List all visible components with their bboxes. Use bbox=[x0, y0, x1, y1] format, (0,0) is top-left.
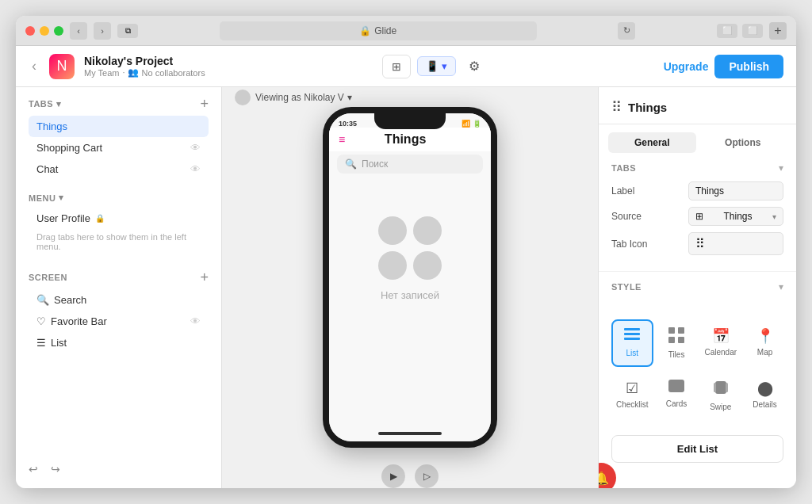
props-header: ⠿ Things bbox=[599, 87, 796, 124]
titlebar: ‹ › ⧉ 🔒 Glide ↻ ⬜ ⬜ + bbox=[16, 16, 796, 46]
style-section-chevron: ▾ bbox=[779, 281, 783, 292]
swipe-style-label: Swipe bbox=[710, 403, 731, 411]
refresh-button[interactable]: ↻ bbox=[618, 22, 635, 40]
phone-time: 10:35 bbox=[339, 120, 357, 128]
screen-item-list[interactable]: ☰ List bbox=[29, 332, 209, 353]
play-button[interactable]: ▶ bbox=[381, 464, 405, 488]
publish-button[interactable]: Publish bbox=[714, 55, 783, 78]
style-section: STYLE ▾ bbox=[599, 272, 796, 310]
style-option-swipe[interactable]: Swipe bbox=[699, 372, 741, 419]
sidebar-bottom: ↩ ↪ bbox=[16, 450, 221, 488]
app-back-button[interactable]: ‹ bbox=[29, 55, 40, 78]
props-panel-title: Things bbox=[628, 101, 667, 114]
tab-icon-value-field[interactable]: ⠿ bbox=[688, 232, 783, 255]
search-label: Search bbox=[54, 294, 86, 306]
source-value-field[interactable]: ⊞ Things ▾ bbox=[688, 207, 783, 226]
svg-rect-4 bbox=[678, 327, 684, 334]
tab-view-button[interactable]: ⧉ bbox=[117, 24, 138, 38]
back-nav-button[interactable]: ‹ bbox=[70, 22, 87, 40]
phone-container: 10:35 📶 🔋 ≡ Things 🔍 Поиск bbox=[323, 107, 497, 464]
favorite-bar-visibility: 👁 bbox=[190, 315, 201, 327]
svg-rect-8 bbox=[715, 381, 726, 394]
table-view-button[interactable]: ⊞ bbox=[382, 55, 411, 78]
preview-area: Viewing as Nikolay V ▾ 10:35 📶 🔋 ≡ Thi bbox=[222, 87, 598, 488]
svg-rect-10 bbox=[726, 383, 728, 392]
label-key: Label bbox=[611, 185, 634, 197]
style-option-map[interactable]: 📍 Map bbox=[746, 319, 783, 367]
minimize-button[interactable] bbox=[40, 26, 49, 36]
app-window: ‹ › ⧉ 🔒 Glide ↻ ⬜ ⬜ + ‹ N Nikolay's Proj… bbox=[16, 16, 796, 488]
main-layout: TABS ▾ + Things Shopping Cart 👁 bbox=[16, 87, 796, 488]
notification-button[interactable]: 🔔 bbox=[598, 463, 616, 488]
style-option-tiles[interactable]: Tiles bbox=[658, 319, 695, 367]
settings-button[interactable]: ⚙ bbox=[462, 55, 486, 78]
add-tab-sidebar-button[interactable]: + bbox=[200, 97, 209, 111]
tabs-label[interactable]: TABS ▾ bbox=[29, 99, 62, 109]
phone-signals: 📶 🔋 bbox=[462, 120, 481, 128]
redo-button[interactable]: ↪ bbox=[48, 460, 63, 479]
lock-icon: 🔒 bbox=[95, 214, 105, 223]
sidebar-item-shopping-cart[interactable]: Shopping Cart 👁 bbox=[29, 137, 209, 158]
app-name-label: Glide bbox=[374, 25, 396, 36]
window-btn-2[interactable]: ⬜ bbox=[742, 24, 763, 38]
sidebar-item-things[interactable]: Things bbox=[29, 116, 209, 137]
phone-search-bar[interactable]: 🔍 Поиск bbox=[337, 155, 483, 174]
props-panel-icon: ⠿ bbox=[611, 98, 622, 116]
phone-nav-bar: ≡ Things bbox=[329, 128, 491, 151]
sidebar-item-user-profile[interactable]: User Profile 🔒 bbox=[29, 208, 209, 229]
sidebar-item-chat[interactable]: Chat 👁 bbox=[29, 158, 209, 180]
share-button[interactable]: ▷ bbox=[415, 464, 439, 488]
edit-list-button[interactable]: Edit List bbox=[611, 435, 783, 463]
close-button[interactable] bbox=[25, 26, 35, 36]
device-icon: 📱 bbox=[426, 60, 439, 72]
swipe-style-icon bbox=[714, 380, 728, 399]
tabs-props-label: TABS bbox=[611, 163, 636, 173]
cards-style-icon bbox=[668, 380, 684, 396]
phone-mockup: 10:35 📶 🔋 ≡ Things 🔍 Поиск bbox=[323, 107, 497, 448]
source-dropdown-arrow: ▾ bbox=[772, 212, 776, 221]
screen-label: SCREEN bbox=[29, 273, 67, 282]
window-buttons: ⬜ ⬜ bbox=[717, 24, 763, 38]
upgrade-button[interactable]: Upgrade bbox=[664, 60, 709, 73]
tab-general[interactable]: General bbox=[608, 132, 696, 153]
window-btn-1[interactable]: ⬜ bbox=[717, 24, 737, 38]
screen-item-favorite-bar[interactable]: ♡ Favorite Bar 👁 bbox=[29, 311, 209, 332]
style-option-list[interactable]: List bbox=[611, 319, 653, 367]
style-section-label: STYLE bbox=[611, 282, 642, 292]
calendar-style-label: Calendar bbox=[704, 348, 737, 357]
phone-search-icon: 🔍 bbox=[345, 158, 357, 170]
search-icon: 🔍 bbox=[36, 294, 49, 306]
add-screen-button[interactable]: + bbox=[200, 270, 209, 284]
viewing-as-button[interactable]: Viewing as Nikolay V ▾ bbox=[255, 92, 352, 103]
list-label: List bbox=[51, 337, 67, 349]
device-chevron: ▾ bbox=[442, 60, 447, 72]
app-icon: N bbox=[49, 54, 75, 79]
style-option-checklist[interactable]: ☑ Checklist bbox=[611, 372, 653, 419]
maximize-button[interactable] bbox=[54, 26, 63, 36]
style-option-calendar[interactable]: 📅 Calendar bbox=[699, 319, 741, 367]
svg-rect-9 bbox=[714, 383, 716, 392]
undo-button[interactable]: ↩ bbox=[25, 460, 41, 479]
label-row: Label Things bbox=[611, 181, 783, 200]
notification-area: 🔔 bbox=[599, 475, 796, 488]
style-option-cards[interactable]: Cards bbox=[658, 372, 695, 419]
phone-menu-icon: ≡ bbox=[339, 133, 345, 146]
preview-bottom: ▶ ▷ bbox=[381, 464, 439, 488]
phone-dot-3 bbox=[378, 251, 407, 280]
label-value-field[interactable]: Things bbox=[688, 181, 783, 200]
device-selector[interactable]: 📱 ▾ bbox=[417, 56, 456, 76]
tab-options[interactable]: Options bbox=[699, 132, 787, 153]
chat-label: Chat bbox=[36, 163, 58, 175]
style-option-details[interactable]: ⬤ Details bbox=[746, 372, 783, 419]
chat-visibility-icon: 👁 bbox=[190, 163, 201, 175]
details-style-label: Details bbox=[753, 400, 777, 409]
shopping-cart-label: Shopping Cart bbox=[36, 142, 102, 154]
viewing-as-label: Viewing as Nikolay V bbox=[255, 92, 344, 103]
phone-empty-state: Нет записей bbox=[329, 177, 491, 301]
forward-nav-button[interactable]: › bbox=[94, 22, 111, 40]
menu-label[interactable]: MENU ▾ bbox=[29, 193, 64, 203]
screen-item-search[interactable]: 🔍 Search bbox=[29, 289, 209, 311]
add-tab-button[interactable]: + bbox=[769, 22, 787, 40]
phone-search-placeholder: Поиск bbox=[362, 158, 388, 170]
phone-dot-4 bbox=[413, 251, 442, 280]
